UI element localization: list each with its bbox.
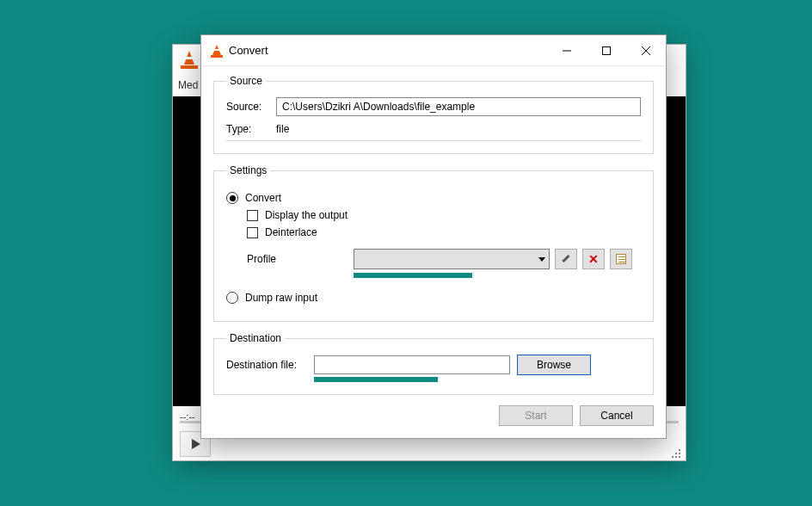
dump-radio-row[interactable]: Dump raw input <box>226 292 641 304</box>
close-button[interactable] <box>626 35 666 65</box>
display-output-label: Display the output <box>265 209 348 221</box>
type-value: file <box>276 123 289 135</box>
menu-item-media[interactable]: Med <box>178 79 198 91</box>
radio-icon <box>226 292 238 304</box>
new-profile-icon <box>616 254 626 264</box>
dump-radio-label: Dump raw input <box>245 292 317 304</box>
source-divider <box>226 140 641 141</box>
new-profile-button[interactable] <box>610 249 632 269</box>
delete-profile-button[interactable]: ✕ <box>582 249 605 269</box>
destination-legend: Destination <box>226 332 285 344</box>
profile-combo[interactable] <box>354 249 550 269</box>
play-icon <box>192 439 200 449</box>
destination-input[interactable] <box>314 355 510 374</box>
display-output-row[interactable]: Display the output <box>247 209 641 221</box>
settings-legend: Settings <box>226 164 270 176</box>
type-label: Type: <box>226 123 268 135</box>
source-input[interactable] <box>276 97 641 116</box>
destination-group: Destination Destination file: Browse <box>213 332 654 395</box>
resize-grip[interactable] <box>670 447 680 458</box>
source-label: Source: <box>226 101 268 113</box>
dialog-titlebar: Convert <box>201 35 666 66</box>
source-legend: Source <box>226 75 266 87</box>
chevron-down-icon <box>538 257 545 262</box>
wrench-icon <box>561 254 571 264</box>
destination-label: Destination file: <box>226 359 307 371</box>
source-group: Source Source: Type: file <box>213 75 654 154</box>
convert-dialog: Convert Source Source: Type: file Settin… <box>200 34 667 439</box>
convert-radio-label: Convert <box>245 192 281 204</box>
delete-icon: ✕ <box>588 253 599 265</box>
highlight-bar <box>314 377 438 382</box>
highlight-bar <box>354 273 472 278</box>
profile-label: Profile <box>247 253 348 265</box>
checkbox-icon <box>247 210 258 221</box>
start-button[interactable]: Start <box>499 405 573 426</box>
dialog-title: Convert <box>229 44 547 57</box>
checkbox-icon <box>247 227 258 238</box>
deinterlace-label: Deinterlace <box>265 226 317 238</box>
minimize-button[interactable] <box>547 35 587 65</box>
vlc-cone-icon <box>180 50 199 69</box>
cancel-button[interactable]: Cancel <box>580 405 654 426</box>
settings-group: Settings Convert Display the output Dein… <box>213 164 654 322</box>
edit-profile-button[interactable] <box>555 249 577 269</box>
convert-radio-row[interactable]: Convert <box>226 192 641 204</box>
maximize-button[interactable] <box>587 35 626 65</box>
svg-rect-1 <box>603 46 611 54</box>
deinterlace-row[interactable]: Deinterlace <box>247 226 641 238</box>
browse-button[interactable]: Browse <box>517 355 591 375</box>
vlc-cone-icon <box>210 44 224 58</box>
radio-icon <box>226 192 238 204</box>
